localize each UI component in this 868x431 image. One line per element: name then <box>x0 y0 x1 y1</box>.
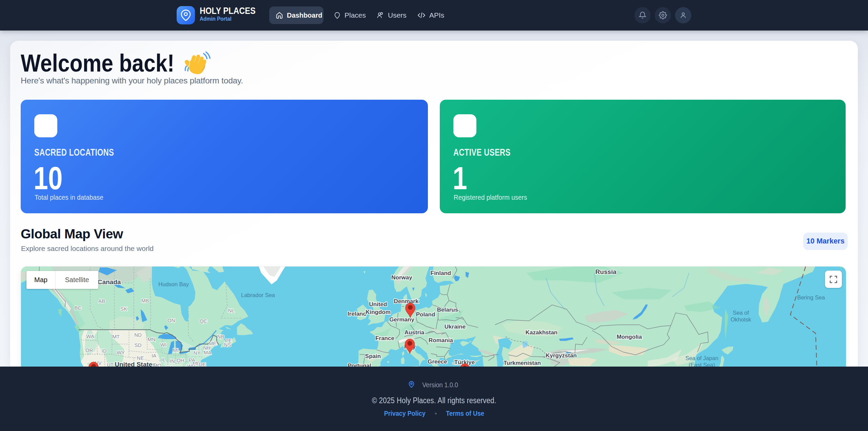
svg-text:Spain: Spain <box>365 353 381 359</box>
svg-text:Sea of Japan: Sea of Japan <box>685 355 718 361</box>
svg-text:AB: AB <box>98 298 105 304</box>
svg-text:(East Sea): (East Sea) <box>689 362 715 367</box>
svg-text:MA: MA <box>204 350 212 355</box>
svg-text:Greece: Greece <box>428 358 447 365</box>
svg-text:Kingdom: Kingdom <box>366 309 391 315</box>
svg-text:WY: WY <box>117 350 125 355</box>
svg-text:Russia: Russia <box>595 268 617 275</box>
svg-text:Romania: Romania <box>429 337 453 344</box>
svg-text:OR: OR <box>85 347 93 353</box>
svg-text:Canada: Canada <box>98 278 121 286</box>
svg-text:Ukraine: Ukraine <box>445 324 466 330</box>
svg-text:Belarus: Belarus <box>437 307 458 313</box>
svg-text:BC: BC <box>75 305 82 311</box>
svg-text:NE: NE <box>137 355 144 361</box>
svg-text:MT: MT <box>112 334 120 339</box>
svg-text:Kazakhstan: Kazakhstan <box>526 329 557 336</box>
svg-text:United States: United States <box>115 361 156 367</box>
svg-text:ON: ON <box>167 317 175 323</box>
svg-text:WI: WI <box>160 342 166 348</box>
svg-text:MB: MB <box>141 298 149 303</box>
svg-text:IL: IL <box>161 357 166 363</box>
svg-text:Denmark: Denmark <box>394 298 419 305</box>
svg-text:Norway: Norway <box>391 274 412 281</box>
svg-text:Austria: Austria <box>405 329 425 336</box>
svg-text:ND: ND <box>134 332 142 338</box>
svg-text:SK: SK <box>120 306 127 312</box>
svg-text:Turkmenistan: Turkmenistan <box>504 360 541 366</box>
svg-text:Labrador Sea: Labrador Sea <box>241 292 275 298</box>
svg-text:NS: NS <box>224 342 231 348</box>
svg-text:Mongolia: Mongolia <box>617 334 642 340</box>
svg-text:NL: NL <box>228 308 234 313</box>
svg-text:SD: SD <box>135 342 142 348</box>
svg-text:Ireland: Ireland <box>348 311 367 317</box>
svg-text:ID: ID <box>102 348 107 354</box>
svg-text:QC: QC <box>200 318 208 324</box>
svg-text:Okhotsk: Okhotsk <box>731 316 751 322</box>
svg-text:Sea of: Sea of <box>733 310 749 316</box>
svg-text:Hudson Bay: Hudson Bay <box>158 281 189 287</box>
svg-text:NB: NB <box>217 334 224 339</box>
svg-text:IA: IA <box>152 353 156 358</box>
svg-text:IN: IN <box>170 358 175 364</box>
svg-text:ME: ME <box>209 340 217 346</box>
svg-text:MI: MI <box>173 347 179 353</box>
svg-text:MN: MN <box>147 336 155 342</box>
svg-text:NY: NY <box>194 350 201 356</box>
svg-text:UT: UT <box>107 362 114 367</box>
svg-text:France: France <box>375 335 394 341</box>
svg-text:Kyrgyzstan: Kyrgyzstan <box>546 352 577 359</box>
svg-text:Germany: Germany <box>389 316 414 323</box>
svg-text:DE: DE <box>199 361 206 367</box>
svg-text:Bering Sea: Bering Sea <box>797 294 825 300</box>
svg-text:Poland: Poland <box>416 311 435 318</box>
svg-text:WA: WA <box>86 333 94 339</box>
svg-text:Finland: Finland <box>431 270 451 276</box>
svg-text:OH: OH <box>177 357 184 363</box>
svg-text:United: United <box>369 301 387 308</box>
